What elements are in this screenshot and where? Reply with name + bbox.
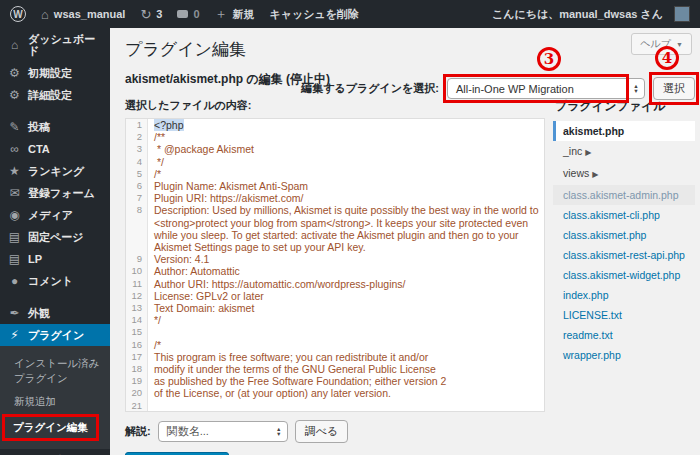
- sidebar-item-外観[interactable]: ✒外観: [0, 302, 110, 324]
- sidebar-subitem-プラグイン編集[interactable]: プラグイン編集: [5, 417, 96, 438]
- code-line: 1<?php: [126, 119, 544, 131]
- lookup-button[interactable]: 調べる: [295, 420, 349, 443]
- sidebar-item-LP[interactable]: ▤LP: [0, 248, 110, 270]
- gear-icon: ⚙: [8, 67, 21, 79]
- file-item-_inc[interactable]: _inc▶: [553, 141, 695, 163]
- sidebar-item-初期設定[interactable]: ⚙初期設定: [0, 62, 110, 84]
- file-item-LICENSE.txt[interactable]: LICENSE.txt: [553, 305, 695, 325]
- sidebar-item-コメント[interactable]: ●コメント: [0, 270, 110, 292]
- line-number: 10: [126, 265, 148, 277]
- updates-icon: ↻: [140, 7, 151, 22]
- sidebar-item-CTA[interactable]: ∞CTA: [0, 138, 110, 160]
- updates-count: 3: [156, 8, 162, 20]
- sidebar-subitem-新規追加[interactable]: 新規追加: [0, 390, 110, 413]
- pushpin-icon: ✎: [8, 121, 21, 133]
- comment-icon: ●: [8, 275, 21, 287]
- line-number: 16: [126, 339, 148, 351]
- account-link[interactable]: こんにちは、manual_dwsas さん: [492, 6, 690, 22]
- file-item-class.akismet.php[interactable]: class.akismet.php: [553, 225, 695, 245]
- sidebar-item-label: 初期設定: [28, 67, 72, 79]
- wordpress-logo[interactable]: W: [10, 6, 26, 22]
- code-line: 3 * @package Akismet: [126, 143, 544, 155]
- code-line: 10Author: Automattic: [126, 265, 544, 277]
- file-item-readme.txt[interactable]: readme.txt: [553, 325, 695, 345]
- sidebar-item-ランキング[interactable]: ★ランキング: [0, 160, 110, 182]
- sidebar: ⌂ダッシュボード⚙初期設定⚙詳細設定✎投稿∞CTA★ランキング✉登録フォーム◉メ…: [0, 28, 110, 455]
- updates-link[interactable]: ↻ 3: [140, 7, 162, 22]
- doc-select[interactable]: 関数名... ▲▼: [158, 421, 288, 442]
- wordpress-logo-icon: W: [10, 6, 26, 22]
- sidebar-item-label: コメント: [28, 275, 73, 287]
- admin-bar-left: W ⌂ wsas_manual ↻ 3 0 ＋ 新規 キャッシュを削除: [10, 0, 359, 28]
- new-content-link[interactable]: ＋ 新規: [215, 5, 255, 23]
- sidebar-item-label: プラグイン: [28, 329, 84, 341]
- sidebar-item-固定ページ[interactable]: ▤固定ページ: [0, 226, 110, 248]
- select-stepper-icon: ▲▼: [628, 84, 644, 93]
- file-item-index.php[interactable]: index.php: [553, 285, 695, 305]
- documentation-row: 解説: 関数名... ▲▼ 調べる: [125, 420, 700, 443]
- line-number: 19: [126, 375, 148, 387]
- comments-link[interactable]: 0: [177, 8, 199, 20]
- file-item-views[interactable]: views▶: [553, 163, 695, 185]
- code-text: Author URI: https://automattic.com/wordp…: [148, 278, 544, 290]
- sidebar-item-プラグイン[interactable]: ⚡プラグイン: [0, 324, 110, 346]
- file-item-wrapper.php[interactable]: wrapper.php: [553, 345, 695, 365]
- home-icon: ⌂: [41, 7, 49, 22]
- sidebar-item-メディア[interactable]: ◉メディア: [0, 204, 110, 226]
- sidebar-item-label: 外観: [28, 307, 50, 319]
- sidebar-item-label: 登録フォーム: [28, 187, 95, 199]
- line-number: 3: [126, 143, 148, 155]
- sidebar-item-詳細設定[interactable]: ⚙詳細設定: [0, 84, 110, 106]
- plugin-files-panel: プラグインファイル akismet.php_inc▶views▶class.ak…: [553, 98, 695, 365]
- plugin-select-label: 編集するプラグインを選択:: [301, 81, 439, 96]
- line-number: 17: [126, 351, 148, 363]
- sidebar-item-ダッシュボード[interactable]: ⌂ダッシュボード: [0, 28, 110, 62]
- line-number: 6: [126, 180, 148, 192]
- code-text: */: [148, 314, 544, 326]
- code-text: Plugin URI: https://akismet.com/: [148, 192, 544, 204]
- file-item-class.akismet-widget.php[interactable]: class.akismet-widget.php: [553, 265, 695, 285]
- line-number: 13: [126, 302, 148, 314]
- file-item-akismet.php[interactable]: akismet.php: [553, 121, 695, 141]
- line-number: 2: [126, 131, 148, 143]
- code-line: 13Text Domain: akismet: [126, 302, 544, 314]
- sidebar-item-登録フォーム[interactable]: ✉登録フォーム: [0, 182, 110, 204]
- award-icon: ★: [8, 165, 21, 177]
- line-number: 18: [126, 363, 148, 375]
- plugin-file-list: akismet.php_inc▶views▶class.akismet-admi…: [553, 121, 695, 365]
- code-line: 21: [126, 400, 544, 412]
- code-line: 8Description: Used by millions, Akismet …: [126, 204, 544, 253]
- code-editor[interactable]: 1<?php2/**3 * @package Akismet4 */5/*6Pl…: [125, 118, 545, 412]
- sidebar-subitem-インストール済みプラグイン[interactable]: インストール済みプラグイン: [0, 352, 110, 390]
- file-item-class.akismet-admin.php[interactable]: class.akismet-admin.php: [553, 185, 695, 205]
- select-button[interactable]: 選択: [653, 77, 695, 100]
- plugin-submenu: インストール済みプラグイン新規追加プラグイン編集: [0, 346, 110, 449]
- sidebar-separator: [0, 106, 110, 116]
- line-number: 14: [126, 314, 148, 326]
- site-name-link[interactable]: ⌂ wsas_manual: [41, 7, 125, 22]
- sidebar-item-label: ダッシュボード: [28, 33, 102, 57]
- line-number: 4: [126, 156, 148, 168]
- code-text: Author: Automattic: [148, 265, 544, 277]
- help-button[interactable]: ヘルプ ▼: [631, 33, 692, 55]
- chevron-down-icon: ▼: [676, 41, 683, 48]
- code-text: [148, 326, 544, 338]
- clear-cache-link[interactable]: キャッシュを削除: [270, 7, 360, 22]
- code-text: This program is free software; you can r…: [148, 351, 544, 363]
- code-text: of the License, or (at your option) any …: [148, 387, 544, 399]
- doc-select-value: 関数名...: [159, 424, 271, 439]
- plus-icon: ＋: [215, 5, 228, 23]
- sidebar-item-投稿[interactable]: ✎投稿: [0, 116, 110, 138]
- avatar: [674, 6, 690, 22]
- gear-icon: ⚙: [8, 89, 21, 101]
- plugin-select[interactable]: All-in-One WP Migration ▲▼: [447, 78, 645, 99]
- code-line: 14*/: [126, 314, 544, 326]
- greeting-label: こんにちは、manual_dwsas さん: [492, 7, 663, 22]
- help-label: ヘルプ: [640, 37, 671, 51]
- dashboard-icon: ⌂: [8, 39, 21, 51]
- sidebar-item-ユーザー[interactable]: ☻ユーザー: [0, 449, 110, 455]
- file-item-class.akismet-rest-api.php[interactable]: class.akismet-rest-api.php: [553, 245, 695, 265]
- file-item-class.akismet-cli.php[interactable]: class.akismet-cli.php: [553, 205, 695, 225]
- plugin-select-value: All-in-One WP Migration: [448, 83, 628, 95]
- code-text: /**: [148, 131, 544, 143]
